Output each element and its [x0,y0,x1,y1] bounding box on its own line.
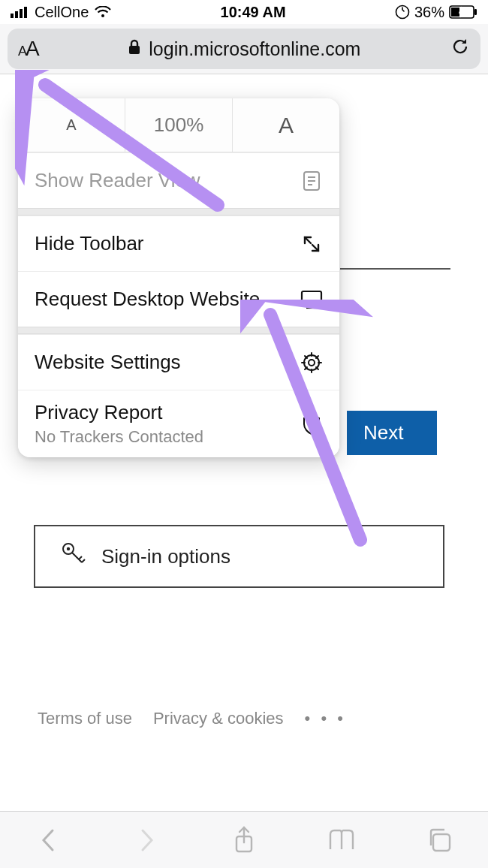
website-settings-label: Website Settings [35,351,181,374]
browser-chrome-top: AA login.microsoftonline.com [0,24,488,74]
svg-rect-3 [24,7,27,18]
privacy-report-label: Privacy Report [35,401,203,424]
reader-icon [300,170,323,192]
svg-rect-1 [15,11,18,18]
more-footer-button[interactable]: • • • [305,709,346,728]
terms-link[interactable]: Terms of use [38,709,132,728]
status-right: 36% [395,4,477,21]
status-left: CellOne [11,4,111,21]
separator [18,208,339,215]
forward-button [124,821,169,859]
battery-icon [449,5,477,19]
svg-rect-30 [433,834,450,851]
svg-point-20 [309,360,315,366]
privacy-link[interactable]: Privacy & cookies [153,709,284,728]
svg-rect-2 [20,9,23,18]
aa-popover: A 100% A Show Reader View Hide Toolbar R… [18,98,339,457]
website-settings-row[interactable]: Website Settings [18,334,339,390]
next-button[interactable]: Next [347,411,437,455]
back-button[interactable] [26,821,71,859]
desktop-icon [300,288,323,311]
url-text: login.microsoftonline.com [149,38,360,60]
svg-rect-0 [11,14,14,18]
address-bar[interactable]: AA login.microsoftonline.com [8,29,480,69]
cellular-signal-icon [11,6,29,18]
svg-rect-9 [129,46,140,54]
page-content: Next Sign-in options Terms of use Privac… [0,74,488,811]
svg-point-11 [67,547,70,550]
device-frame: CellOne 10:49 AM 36% AA login.microsofto… [0,0,488,868]
bottom-toolbar [0,811,488,868]
request-desktop-label: Request Desktop Website [35,288,260,311]
reload-button[interactable] [450,36,470,62]
text-size-button[interactable]: AA [18,37,38,61]
privacy-report-sub: No Trackers Contacted [35,427,203,447]
bookmarks-button[interactable] [319,821,364,859]
signin-options-button[interactable]: Sign-in options [34,525,444,588]
key-icon [59,540,88,574]
expand-icon [300,233,323,255]
popover-caret [30,98,54,100]
footer-links: Terms of use Privacy & cookies • • • [0,709,488,728]
wifi-icon [95,6,111,18]
svg-rect-16 [302,291,321,304]
carrier-label: CellOne [35,4,89,21]
zoom-row: A 100% A [18,98,339,152]
hide-toolbar-row[interactable]: Hide Toolbar [18,215,339,271]
status-bar: CellOne 10:49 AM 36% [0,0,488,24]
zoom-level[interactable]: 100% [125,98,233,152]
battery-percent: 36% [414,4,444,21]
reader-view-label: Show Reader View [35,169,200,192]
lock-icon [128,38,141,60]
rotation-lock-icon [395,5,410,20]
zoom-out-button[interactable]: A [18,98,125,152]
zoom-in-button[interactable]: A [233,98,339,152]
request-desktop-row[interactable]: Request Desktop Website [18,271,339,327]
divider-line [340,268,450,270]
url-display[interactable]: login.microsoftonline.com [49,38,440,60]
share-button[interactable] [221,821,267,859]
shield-icon [300,413,323,436]
signin-options-label: Sign-in options [101,545,230,568]
clock: 10:49 AM [221,4,286,21]
svg-rect-8 [474,9,477,15]
gear-icon [300,351,323,374]
hide-toolbar-label: Hide Toolbar [35,232,144,255]
separator [18,327,339,334]
svg-point-4 [101,14,104,17]
tabs-button[interactable] [417,821,462,859]
privacy-report-row[interactable]: Privacy Report No Trackers Contacted [18,390,339,457]
svg-rect-7 [451,8,459,17]
reader-view-row: Show Reader View [18,152,339,208]
